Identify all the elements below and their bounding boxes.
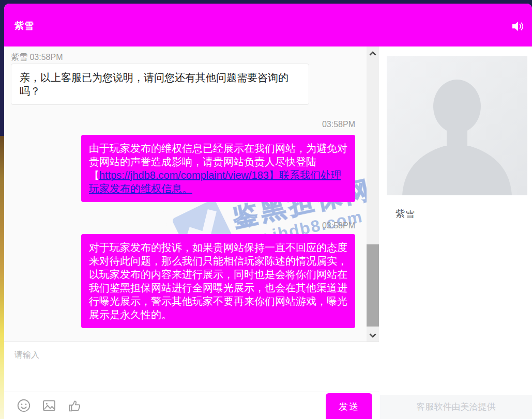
agent-name: 紫雪 (396, 208, 415, 220)
scrollbar-thumb[interactable] (367, 244, 379, 327)
thumbs-up-icon[interactable] (66, 398, 83, 414)
page-background: 紫雪 (0, 0, 532, 419)
agent-sidebar: 紫雪 客服软件由美洽提供 (380, 46, 532, 419)
chat-header: 紫雪 (4, 4, 532, 46)
avatar (387, 56, 527, 195)
emoji-icon[interactable] (16, 398, 32, 414)
complaint-link[interactable]: https://jhdb8.com/complaint/view/183】联系我… (89, 169, 341, 194)
send-button[interactable]: 发送 (326, 393, 372, 419)
image-icon[interactable] (41, 398, 57, 414)
agent-title: 紫雪 (14, 20, 34, 32)
chat-column: 鉴黑担保网 www.jhdb8.com 紫雪 03:58PM 亲，以上客服已为您… (4, 46, 379, 419)
chat-scrollbar[interactable] (367, 46, 379, 342)
chat-widget: 紫雪 (4, 4, 532, 419)
composer-area: 发送 (4, 342, 379, 419)
visitor-message-bubble: 由于玩家发布的维权信息已经展示在我们网站，为避免对贵网站的声誉造成影响，请贵网站… (81, 135, 355, 202)
message-input[interactable] (4, 342, 379, 391)
provider-footer: 客服软件由美洽提供 (380, 395, 532, 419)
composer-toolbar: 发送 (4, 392, 379, 419)
agent-message-text: 亲，以上客服已为您说明，请问您还有其他问题需要咨询的吗？ (20, 72, 288, 97)
visitor-message-bubble: 对于玩家发布的投诉，如果贵网站保持一直不回应的态度来对待此问题，那么我们只能相信… (81, 234, 355, 328)
visitor-message-text: 对于玩家发布的投诉，如果贵网站保持一直不回应的态度来对待此问题，那么我们只能相信… (89, 242, 347, 320)
scroll-up-icon[interactable] (367, 48, 379, 59)
scroll-down-icon[interactable] (367, 330, 379, 341)
message-area: 鉴黑担保网 www.jhdb8.com 紫雪 03:58PM 亲，以上客服已为您… (4, 46, 379, 342)
speaker-icon[interactable] (510, 20, 526, 33)
agent-message-bubble: 亲，以上客服已为您说明，请问您还有其他问题需要咨询的吗？ (11, 64, 309, 105)
agent-message-sender-label: 紫雪 03:58PM (11, 52, 63, 63)
message-timestamp: 03:58PM (322, 221, 355, 230)
message-timestamp: 03:58PM (322, 120, 355, 129)
